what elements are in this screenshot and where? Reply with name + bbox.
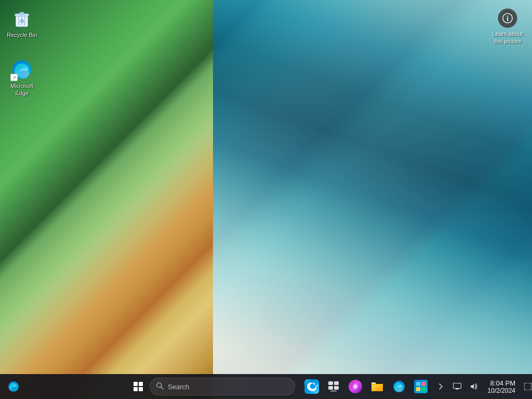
taskbar-display-button[interactable]: [450, 379, 464, 394]
svg-rect-29: [421, 387, 425, 391]
shortcut-arrow: ↗: [10, 74, 18, 81]
show-hidden-icons-button[interactable]: [433, 379, 448, 394]
svg-line-12: [161, 387, 163, 389]
taskbar: Search: [0, 374, 532, 399]
desktop: ♻ Recycle Bin: [0, 0, 532, 399]
svg-text:♻: ♻: [20, 18, 24, 24]
edge-desktop-icon: ↗: [11, 59, 32, 80]
svg-rect-23: [371, 384, 383, 385]
svg-rect-27: [421, 382, 425, 386]
desktop-icon-recycle-bin[interactable]: ♻ Recycle Bin: [3, 6, 41, 41]
clock-date: 10/2/2024: [488, 387, 515, 394]
svg-rect-15: [328, 381, 333, 385]
svg-rect-19: [330, 390, 337, 392]
taskbar-store-icon[interactable]: [410, 376, 431, 397]
taskbar-pinned-apps: [301, 376, 431, 397]
svg-rect-30: [454, 383, 461, 389]
search-icon: [156, 382, 164, 391]
recycle-bin-label: Recycle Bin: [7, 31, 37, 38]
notifications-button[interactable]: [521, 379, 532, 394]
recycle-bin-icon: ♻: [11, 8, 32, 29]
ocean-overlay: [213, 0, 532, 399]
edge-label: Microsoft Edge: [5, 82, 38, 97]
taskbar-designer-icon[interactable]: [345, 376, 366, 397]
svg-rect-2: [19, 12, 24, 15]
svg-rect-13: [304, 379, 319, 394]
svg-rect-16: [334, 381, 339, 385]
clock-time: 8:04 PM: [490, 379, 515, 387]
svg-rect-17: [328, 386, 333, 390]
svg-point-14: [314, 383, 315, 385]
svg-point-9: [507, 16, 508, 17]
volume-icon[interactable]: [467, 379, 481, 394]
learn-picture-label: Learn aboutthis picture: [493, 30, 523, 45]
svg-rect-26: [416, 382, 420, 386]
svg-point-22: [354, 385, 357, 388]
taskbar-edge-button[interactable]: [4, 377, 23, 396]
svg-rect-18: [334, 386, 339, 390]
taskbar-task-view-button[interactable]: [323, 376, 344, 397]
desktop-icon-edge[interactable]: ↗ Microsoft Edge: [3, 57, 41, 99]
system-tray: 8:04 PM 10/2/2024: [433, 379, 532, 394]
clock-display[interactable]: 8:04 PM 10/2/2024: [483, 379, 518, 394]
taskbar-edge-pinned-icon[interactable]: [389, 376, 409, 397]
windows-logo-icon: [134, 382, 143, 391]
start-button[interactable]: [129, 377, 148, 396]
svg-rect-25: [414, 380, 428, 393]
learn-about-picture-button[interactable]: Learn aboutthis picture: [489, 6, 526, 47]
taskbar-media-player-icon[interactable]: [301, 376, 322, 397]
search-placeholder: Search: [168, 383, 189, 391]
learn-picture-icon: [498, 8, 517, 28]
svg-rect-28: [416, 387, 420, 391]
taskbar-file-explorer-icon[interactable]: [367, 376, 388, 397]
search-bar[interactable]: Search: [150, 378, 295, 395]
svg-rect-33: [524, 383, 531, 390]
